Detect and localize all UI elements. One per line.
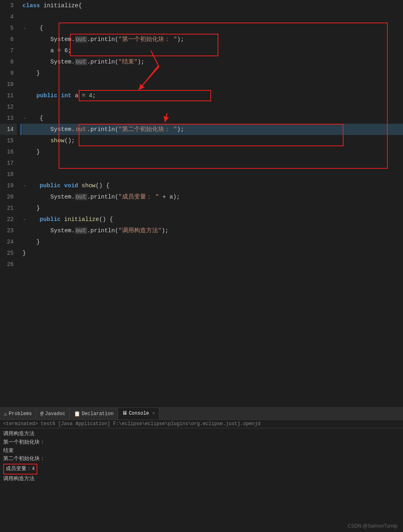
bottom-panel: ⚠ Problems @ Javadoc 📋 Declaration 🖥 Con… (0, 407, 403, 532)
token: out (75, 59, 87, 65)
code-line-7: a = 6; (22, 45, 403, 56)
tab-console-label: Console (129, 411, 149, 416)
token (78, 182, 82, 189)
token: .println( (87, 126, 118, 133)
token: initialize{ (40, 2, 82, 9)
token: a = (71, 92, 89, 99)
token: out (75, 227, 87, 234)
token: public (26, 216, 61, 223)
line-number-20: 20 (0, 191, 17, 203)
code-line-15: show(); (22, 135, 403, 146)
tab-javadoc[interactable]: @ Javadoc (36, 408, 69, 419)
token: "成员变量： " (118, 194, 159, 200)
token: .println( (87, 194, 118, 200)
token: + a); (159, 194, 180, 200)
line-number-22: 22 (0, 214, 17, 225)
token (57, 92, 61, 99)
token (61, 216, 64, 223)
token: } (22, 250, 26, 256)
console-output-line: 第二个初始化块： (3, 455, 400, 463)
console-output-line: 结束 (3, 447, 400, 455)
output-box: 成员变量：4 (3, 464, 37, 475)
token: { (26, 115, 43, 121)
token: "结束" (118, 59, 137, 65)
javadoc-icon: @ (40, 411, 43, 417)
token: } (22, 70, 40, 76)
token (61, 182, 64, 189)
token: (); (64, 137, 75, 144)
token: System. (22, 126, 75, 133)
code-line-3: class initialize{ (22, 0, 403, 11)
token: .println( (87, 59, 118, 65)
line-number-21: 21 (0, 203, 17, 214)
active-line-indicator (20, 124, 22, 135)
token: .println( (87, 36, 118, 43)
token: show (51, 137, 65, 144)
token: void (64, 182, 78, 189)
line-number-13: 13 (0, 113, 17, 124)
console-output-line: 调用构造方法 (3, 430, 400, 438)
token: () { (96, 182, 110, 189)
code-line-21: } (22, 203, 403, 214)
line-number-9: 9 (0, 68, 17, 79)
tab-declaration[interactable]: 📋 Declaration (70, 408, 118, 419)
token: "第二个初始化块： " (118, 126, 177, 133)
code-line-9: } (22, 68, 403, 79)
code-line-4 (22, 11, 403, 23)
code-line-16: } (22, 146, 403, 158)
line-number-15: 15 (0, 135, 17, 146)
token: System. (22, 36, 75, 43)
console-output: 调用构造方法第一个初始化块：结束第二个初始化块：成员变量：4调用构造方法 (0, 428, 403, 485)
token: show (81, 182, 96, 189)
line-number-6: 6 (0, 34, 17, 45)
token: a = 6; (22, 47, 71, 54)
problems-icon: ⚠ (4, 411, 7, 417)
code-line-11: public int a = 4; (22, 90, 403, 101)
code-line-5: − { (22, 23, 403, 34)
token: ; (92, 92, 96, 99)
editor-area: 3456789101112131415161718192021222324252… (0, 0, 403, 407)
console-output-line: 调用构造方法 (3, 475, 400, 483)
console-output-line: 第一个初始化块： (3, 438, 400, 447)
token: out (75, 36, 87, 43)
code-line-26 (22, 259, 403, 270)
line-number-18: 18 (0, 169, 17, 180)
token: ); (177, 36, 184, 43)
console-close-button[interactable]: × (152, 411, 155, 416)
code-content[interactable]: class initialize{− { System.out.println(… (20, 0, 403, 407)
tab-declaration-label: Declaration (82, 411, 114, 417)
token: System. (22, 194, 75, 200)
console-header: <terminated> test6 [Java Application] F:… (0, 420, 403, 428)
tab-console[interactable]: 🖥 Console × (118, 408, 159, 419)
code-line-24: } (22, 236, 403, 248)
line-number-25: 25 (0, 248, 17, 259)
code-line-23: System.out.println("调用构造方法"); (22, 225, 403, 236)
line-number-7: 7 (0, 45, 17, 56)
code-container: 3456789101112131415161718192021222324252… (0, 0, 403, 407)
token: out (75, 194, 87, 200)
declaration-icon: 📋 (74, 411, 80, 417)
line-number-8: 8 (0, 56, 17, 68)
token: System. (22, 227, 75, 234)
line-number-23: 23 (0, 225, 17, 236)
line-number-26: 26 (0, 259, 17, 270)
console-output-line-boxed: 成员变量：4 (3, 463, 400, 475)
tab-problems[interactable]: ⚠ Problems (0, 408, 36, 419)
line-number-24: 24 (0, 236, 17, 248)
line-number-4: 4 (0, 11, 17, 23)
token: { (26, 25, 43, 31)
code-line-6: System.out.println("第一个初始化块： "); (22, 34, 403, 45)
line-numbers: 3456789101112131415161718192021222324252… (0, 0, 20, 407)
token: out (75, 126, 87, 133)
token: .println( (87, 227, 118, 234)
console-icon: 🖥 (122, 410, 127, 416)
token: "调用构造方法" (118, 227, 161, 234)
token: initialize (64, 216, 99, 223)
code-line-12 (22, 101, 403, 113)
code-line-13: − { (22, 113, 403, 124)
code-line-22: − public initialize() { (22, 214, 403, 225)
code-line-10 (22, 79, 403, 90)
line-number-3: 3 (0, 0, 17, 11)
token: ); (177, 126, 184, 133)
token: public (22, 92, 57, 99)
